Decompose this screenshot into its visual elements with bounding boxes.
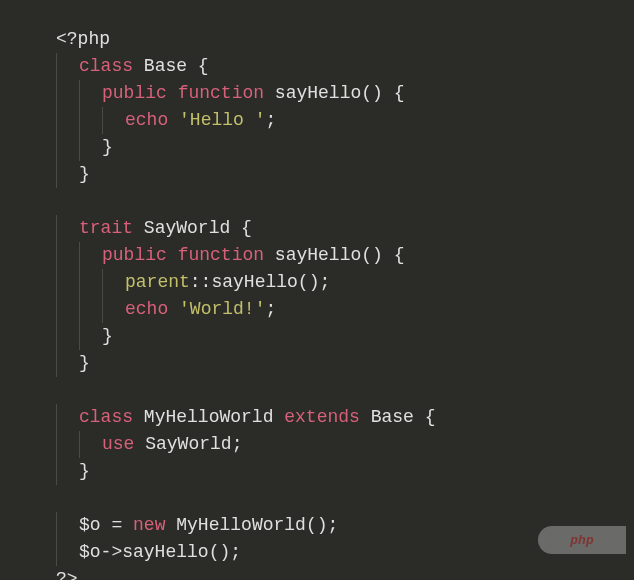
- brace: }: [79, 353, 90, 373]
- keyword-parent: parent: [125, 272, 190, 292]
- code-line: use SayWorld;: [56, 431, 634, 458]
- keyword-class: class: [79, 407, 133, 427]
- keyword-echo: echo: [125, 110, 168, 130]
- brace: }: [102, 326, 113, 346]
- parens: (): [298, 272, 320, 292]
- semicolon: ;: [265, 110, 276, 130]
- function-call: sayHello: [211, 272, 297, 292]
- code-line: }: [56, 134, 634, 161]
- class-name: Base: [144, 56, 187, 76]
- parens: (): [209, 542, 231, 562]
- brace: }: [102, 137, 113, 157]
- trait-name: SayWorld: [144, 218, 230, 238]
- semicolon: ;: [265, 299, 276, 319]
- code-line: echo 'World!';: [56, 296, 634, 323]
- semicolon: ;: [319, 272, 330, 292]
- code-line: }: [56, 350, 634, 377]
- keyword-function: function: [178, 245, 264, 265]
- parens: (): [361, 83, 383, 103]
- watermark: php: [538, 526, 626, 554]
- code-line: [56, 188, 634, 215]
- code-line: public function sayHello() {: [56, 80, 634, 107]
- code-line: [56, 377, 634, 404]
- semicolon: ;: [328, 515, 339, 535]
- brace: }: [79, 461, 90, 481]
- variable: $o: [79, 542, 101, 562]
- parens: (): [361, 245, 383, 265]
- code-line: }: [56, 458, 634, 485]
- code-line: echo 'Hello ';: [56, 107, 634, 134]
- class-name: MyHelloWorld: [176, 515, 306, 535]
- function-name: sayHello: [275, 83, 361, 103]
- code-line: }: [56, 323, 634, 350]
- code-line: public function sayHello() {: [56, 242, 634, 269]
- keyword-trait: trait: [79, 218, 133, 238]
- semicolon: ;: [232, 434, 243, 454]
- keyword-extends: extends: [284, 407, 360, 427]
- trait-name: SayWorld: [145, 434, 231, 454]
- watermark-text: php: [570, 527, 593, 554]
- string-literal: 'World!': [179, 299, 265, 319]
- arrow-op: ->: [101, 542, 123, 562]
- string-literal: 'Hello ': [179, 110, 265, 130]
- keyword-public: public: [102, 245, 167, 265]
- function-call: sayHello: [122, 542, 208, 562]
- brace: {: [425, 407, 436, 427]
- code-line: }: [56, 161, 634, 188]
- keyword-function: function: [178, 83, 264, 103]
- class-name: Base: [371, 407, 414, 427]
- code-line: [56, 485, 634, 512]
- code-line: <?php: [56, 26, 634, 53]
- keyword-public: public: [102, 83, 167, 103]
- keyword-echo: echo: [125, 299, 168, 319]
- brace: {: [394, 245, 405, 265]
- code-line: class Base {: [56, 53, 634, 80]
- function-name: sayHello: [275, 245, 361, 265]
- scope-op: ::: [190, 272, 212, 292]
- code-line: ?>: [56, 566, 634, 580]
- keyword-class: class: [79, 56, 133, 76]
- class-name: MyHelloWorld: [144, 407, 274, 427]
- php-close-tag: ?>: [56, 569, 78, 580]
- semicolon: ;: [230, 542, 241, 562]
- variable: $o: [79, 515, 101, 535]
- code-line: class MyHelloWorld extends Base {: [56, 404, 634, 431]
- brace: {: [394, 83, 405, 103]
- keyword-new: new: [133, 515, 165, 535]
- parens: (): [306, 515, 328, 535]
- keyword-use: use: [102, 434, 134, 454]
- code-line: parent::sayHello();: [56, 269, 634, 296]
- brace: {: [198, 56, 209, 76]
- operator: =: [111, 515, 122, 535]
- code-line: trait SayWorld {: [56, 215, 634, 242]
- brace: }: [79, 164, 90, 184]
- brace: {: [241, 218, 252, 238]
- php-open-tag: <?php: [56, 29, 110, 49]
